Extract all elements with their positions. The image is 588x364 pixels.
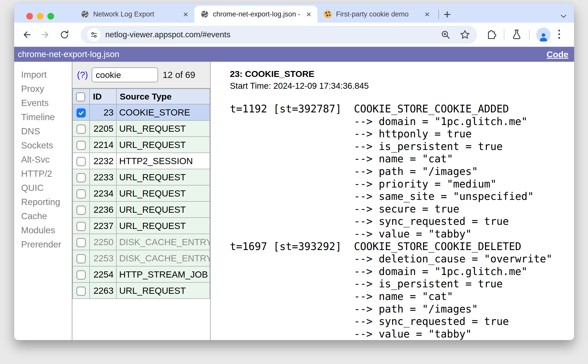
bookmark-button[interactable] bbox=[460, 29, 470, 40]
select-all-checkbox[interactable] bbox=[76, 92, 85, 102]
event-row-23[interactable]: 23COOKIE_STORE bbox=[73, 104, 210, 120]
row-checkbox[interactable] bbox=[76, 222, 86, 231]
event-row-2205[interactable]: 2205URL_REQUEST bbox=[73, 120, 210, 137]
browser-window: Network Log Export × chrome-net-export-l… bbox=[14, 3, 574, 340]
event-row-2254[interactable]: 2254HTTP_STREAM_JOB bbox=[73, 266, 210, 282]
row-checkbox[interactable] bbox=[76, 189, 86, 199]
event-row-2232[interactable]: 2232HTTP2_SESSION bbox=[73, 153, 210, 169]
source-type-cell[interactable]: URL_REQUEST bbox=[116, 218, 210, 234]
zoom-window-button[interactable] bbox=[47, 13, 54, 20]
select-all-cell bbox=[73, 89, 90, 104]
row-checkbox[interactable] bbox=[76, 254, 86, 263]
row-checkbox[interactable] bbox=[76, 108, 86, 118]
sidebar-item-timeline[interactable]: Timeline bbox=[21, 110, 72, 124]
event-row-2263[interactable]: 2263URL_REQUEST bbox=[73, 282, 210, 299]
close-window-button[interactable] bbox=[26, 13, 33, 20]
source-type-cell[interactable]: URL_REQUEST bbox=[116, 185, 210, 201]
event-row-2214[interactable]: 2214URL_REQUEST bbox=[73, 137, 210, 153]
toolbar-actions bbox=[486, 28, 561, 42]
sidebar-item-reporting[interactable]: Reporting bbox=[21, 195, 72, 209]
sidebar-item-http-2[interactable]: HTTP/2 bbox=[21, 166, 72, 181]
event-id-cell[interactable]: 2234 bbox=[90, 185, 116, 201]
url-text[interactable]: netlog-viewer.appspot.com/#events bbox=[105, 30, 230, 39]
menu-button[interactable] bbox=[557, 29, 561, 41]
event-row-2253[interactable]: 2253DISK_CACHE_ENTRY bbox=[73, 250, 210, 266]
sidebar-item-proxy[interactable]: Proxy bbox=[21, 82, 72, 96]
row-checkbox-cell bbox=[73, 218, 90, 234]
tab-search-chevron-icon[interactable] bbox=[560, 14, 567, 19]
source-type-cell[interactable]: HTTP2_SESSION bbox=[116, 153, 210, 169]
row-checkbox[interactable] bbox=[76, 125, 86, 134]
source-type-cell[interactable]: URL_REQUEST bbox=[116, 137, 210, 153]
row-checkbox[interactable] bbox=[76, 206, 86, 215]
row-checkbox[interactable] bbox=[76, 141, 86, 150]
sidebar-item-import[interactable]: Import bbox=[21, 67, 72, 82]
sidebar-item-events[interactable]: Events bbox=[21, 96, 72, 110]
sidebar-item-quic[interactable]: QUIC bbox=[21, 181, 72, 195]
forward-button[interactable] bbox=[38, 28, 53, 42]
event-detail-pane: 23: COOKIE_STORE Start Time: 2024-12-09 … bbox=[211, 62, 574, 340]
address-bar[interactable]: netlog-viewer.appspot.com/#events bbox=[81, 26, 477, 44]
tab-close-icon[interactable]: × bbox=[305, 10, 313, 19]
extensions-button[interactable] bbox=[486, 29, 497, 41]
filter-input[interactable] bbox=[92, 67, 158, 82]
code-link[interactable]: Code bbox=[547, 49, 568, 59]
source-type-cell[interactable]: URL_REQUEST bbox=[116, 282, 210, 299]
sidebar-item-sockets[interactable]: Sockets bbox=[21, 138, 72, 152]
event-id-cell[interactable]: 2254 bbox=[90, 266, 116, 282]
loaded-file-name: chrome-net-export-log.json bbox=[18, 49, 119, 59]
reload-button[interactable] bbox=[57, 28, 72, 42]
event-id-cell[interactable]: 2237 bbox=[90, 218, 116, 234]
source-type-cell[interactable]: DISK_CACHE_ENTRY bbox=[116, 234, 210, 250]
filter-help-link[interactable]: (?) bbox=[77, 70, 88, 80]
tab-close-icon[interactable]: × bbox=[423, 10, 431, 19]
source-type-cell[interactable]: URL_REQUEST bbox=[116, 169, 210, 185]
event-row-2237[interactable]: 2237URL_REQUEST bbox=[73, 218, 210, 234]
source-type-cell[interactable]: HTTP_STREAM_JOB bbox=[116, 266, 210, 282]
site-settings-button[interactable] bbox=[87, 28, 101, 41]
toolbar-separator bbox=[504, 29, 504, 40]
row-checkbox-cell bbox=[73, 120, 90, 137]
sidebar-item-cache[interactable]: Cache bbox=[21, 209, 72, 223]
source-type-cell[interactable]: URL_REQUEST bbox=[116, 120, 210, 137]
event-row-2236[interactable]: 2236URL_REQUEST bbox=[73, 201, 210, 218]
sidebar-item-alt-svc[interactable]: Alt-Svc bbox=[21, 152, 72, 166]
new-tab-button[interactable]: + bbox=[444, 8, 451, 21]
tab-close-icon[interactable]: × bbox=[181, 10, 190, 19]
event-id-cell[interactable]: 2250 bbox=[90, 234, 116, 250]
event-id-cell[interactable]: 2232 bbox=[90, 153, 116, 169]
event-id-cell[interactable]: 2236 bbox=[90, 201, 116, 218]
row-checkbox[interactable] bbox=[76, 157, 86, 166]
window-controls bbox=[26, 13, 54, 20]
sidebar-item-prerender[interactable]: Prerender bbox=[21, 237, 72, 251]
sidebar-item-modules[interactable]: Modules bbox=[21, 223, 72, 237]
event-id-cell[interactable]: 2263 bbox=[90, 282, 116, 299]
main-content: ImportProxyEventsTimelineDNSSocketsAlt-S… bbox=[14, 62, 574, 340]
event-row-2233[interactable]: 2233URL_REQUEST bbox=[73, 169, 210, 185]
sidebar-item-dns[interactable]: DNS bbox=[21, 124, 72, 138]
event-row-2234[interactable]: 2234URL_REQUEST bbox=[73, 185, 210, 201]
event-id-cell[interactable]: 2214 bbox=[90, 137, 116, 153]
tab-first-party-cookie-demo[interactable]: First-party cookie demo × bbox=[317, 6, 436, 23]
event-id-cell[interactable]: 2233 bbox=[90, 169, 116, 185]
row-checkbox-cell bbox=[73, 137, 90, 153]
source-type-cell[interactable]: COOKIE_STORE bbox=[116, 104, 210, 120]
experiments-button[interactable] bbox=[511, 29, 522, 41]
toolbar-separator bbox=[529, 29, 530, 40]
event-id-cell[interactable]: 2253 bbox=[90, 250, 116, 266]
tab-chrome-net-export-log[interactable]: chrome-net-export-log.json - × bbox=[194, 6, 317, 23]
source-type-cell[interactable]: DISK_CACHE_ENTRY bbox=[116, 250, 210, 266]
source-type-cell[interactable]: URL_REQUEST bbox=[116, 201, 210, 218]
row-checkbox[interactable] bbox=[76, 238, 86, 247]
minimize-window-button[interactable] bbox=[37, 13, 44, 20]
row-checkbox[interactable] bbox=[76, 173, 86, 182]
event-id-cell[interactable]: 2205 bbox=[90, 120, 116, 137]
event-row-2250[interactable]: 2250DISK_CACHE_ENTRY bbox=[73, 234, 210, 250]
row-checkbox[interactable] bbox=[76, 287, 86, 296]
event-id-cell[interactable]: 23 bbox=[90, 104, 116, 120]
tab-network-log-export[interactable]: Network Log Export × bbox=[75, 6, 194, 23]
zoom-page-button[interactable] bbox=[440, 30, 451, 40]
row-checkbox[interactable] bbox=[76, 270, 86, 280]
profile-avatar[interactable] bbox=[536, 28, 551, 42]
back-button[interactable] bbox=[19, 28, 34, 42]
